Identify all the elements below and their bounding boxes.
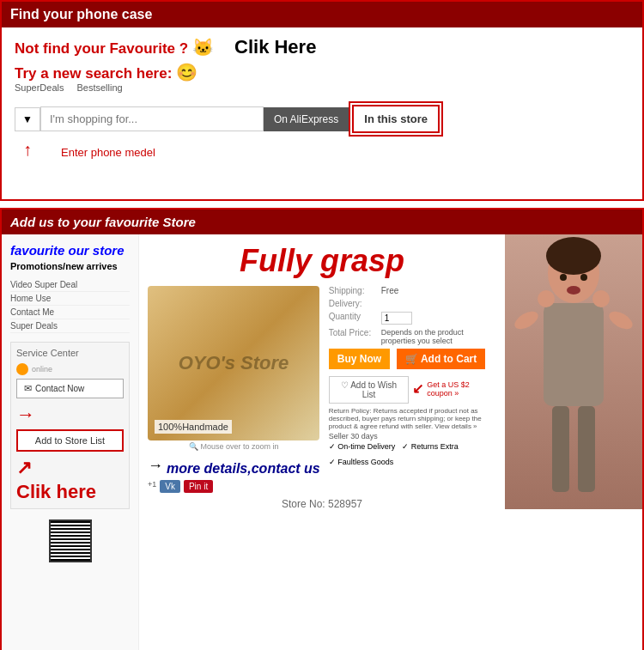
more-details-text: more details,contact us (167, 461, 320, 477)
svg-point-2 (546, 237, 601, 275)
returns-extra-badge: ✓ Returns Extra (402, 442, 459, 451)
clik-here-store-label: Clik here (16, 481, 124, 503)
fully-grasp-text: Fully grasp (148, 243, 496, 279)
faultless-badge: ✓ Faultless Goods (329, 458, 394, 466)
svg-rect-3 (544, 303, 604, 406)
emoji2: 😊 (176, 63, 197, 82)
service-center-box: Service Center online ✉ Contact Now → Ad… (10, 342, 130, 509)
product-image: OYO's Store 100%Handmade (148, 286, 319, 440)
return-policy-row: Return Policy: Returns accepted if produ… (329, 407, 496, 430)
handmade-badge: 100%Handmade (155, 420, 232, 434)
action-buttons: Buy Now 🛒 Add to Cart (329, 349, 496, 369)
section1-find-phone: Find your phone case Not find your Favou… (0, 0, 644, 201)
section2-title: Add us to your favourite Store (2, 210, 642, 234)
svg-rect-8 (552, 406, 569, 492)
nav-tabs-row: SuperDeals Bestselling (15, 82, 629, 93)
svg-point-10 (560, 274, 567, 281)
arrow-wishlist: ↙ (412, 380, 423, 397)
return-policy-label: Return Policy: (329, 407, 372, 415)
plus1-label[interactable]: +1 (148, 480, 156, 493)
menu-item[interactable]: Super Deals (10, 319, 130, 333)
promotions-text: Promotions/new arrives (10, 261, 130, 271)
quantity-row: Quantity (329, 312, 496, 325)
buy-now-button[interactable]: Buy Now (329, 349, 390, 369)
arrow-enter-phone: ↑ (23, 140, 32, 160)
delivery-label: Delivery: (329, 299, 376, 308)
svg-rect-9 (578, 406, 595, 492)
svg-point-12 (567, 286, 580, 295)
left-panel: favourite our store Promotions/new arriv… (2, 234, 139, 650)
add-to-cart-button[interactable]: 🛒 Add to Cart (397, 349, 485, 369)
in-this-store-button[interactable]: In this store (352, 105, 440, 133)
woman-image (505, 234, 642, 509)
contact-now-button[interactable]: ✉ Contact Now (16, 379, 124, 398)
social-row: +1 Vk Pin it (148, 480, 320, 493)
add-to-wishlist-button[interactable]: ♡ Add to Wish List (329, 376, 410, 404)
not-find-text: Not find your Favourite ? (15, 40, 188, 58)
status-label: online (32, 365, 52, 374)
search-bar-row: ▼ On AliExpress In this store (15, 101, 629, 137)
clik-here-top: Clik Here (234, 36, 316, 58)
dropdown-icon: ▼ (22, 113, 33, 125)
on-aliexpress-button[interactable]: On AliExpress (264, 107, 349, 131)
guarantee-badges: ✓ On-time Delivery ✓ Returns Extra ✓ Fau… (329, 442, 496, 466)
quantity-label: Quantity (329, 312, 376, 325)
menu-list: Video Super Deal Home Use Contact Me Sup… (10, 278, 130, 333)
zoom-label: 🔍 Mouse over to zoom in (148, 442, 320, 451)
dropdown-arrow[interactable]: ▼ (15, 107, 40, 131)
total-price-row: Total Price: Depends on the product prop… (329, 328, 496, 345)
add-to-store-button[interactable]: Add to Store List (16, 429, 124, 452)
menu-item[interactable]: Home Use (10, 292, 130, 306)
envelope-icon: ✉ (24, 383, 32, 394)
section2-body: favourite our store Promotions/new arriv… (2, 234, 642, 650)
coupon-text: Get a US $2 coupon » (427, 380, 496, 398)
arrow-contact: → (16, 404, 35, 426)
super-deals-tab[interactable]: SuperDeals (15, 82, 64, 93)
svg-point-11 (580, 274, 587, 281)
service-center-title: Service Center (16, 348, 124, 358)
try-search-text: Try a new search here: 😊 (15, 62, 629, 82)
favourite-text: favourite our store (10, 243, 130, 258)
section1-body: Not find your Favourite ? 🐱 Clik Here Tr… (2, 27, 642, 199)
seller-guarantees: Seller 30 days (329, 432, 496, 440)
menu-item[interactable]: Video Super Deal (10, 278, 130, 292)
qr-code (49, 519, 92, 562)
shipping-val: Free (381, 286, 399, 295)
seller-label: Seller (329, 432, 349, 440)
arrow-add-store: ↗ (16, 457, 32, 479)
vk-button[interactable]: Vk (160, 480, 180, 493)
search-input[interactable] (40, 106, 264, 131)
pin-button[interactable]: Pin it (184, 480, 213, 493)
shipping-row: Shipping: Free (329, 286, 496, 295)
guarantees-val: 30 days (350, 432, 378, 440)
menu-item[interactable]: Contact Me (10, 306, 130, 319)
shipping-label: Shipping: (329, 286, 376, 295)
oyo-watermark: OYO's Store (179, 352, 289, 374)
store-number: Store No: 528957 (148, 498, 496, 510)
arrow-more-details: → (148, 457, 163, 475)
product-area: OYO's Store 100%Handmade 🔍 Mouse over to… (148, 286, 496, 493)
product-details: Shipping: Free Delivery: Quantity Total … (329, 286, 496, 493)
total-price-val: Depends on the product properties you se… (381, 328, 496, 345)
svg-point-6 (538, 290, 555, 307)
delivery-row: Delivery: (329, 299, 496, 308)
svg-point-7 (592, 290, 610, 307)
section2-favourite-store: Add us to your favourite Store favourite… (0, 208, 644, 650)
quantity-input[interactable] (381, 312, 412, 325)
bestselling-tab[interactable]: Bestselling (76, 82, 122, 93)
emoji1: 🐱 (192, 38, 214, 57)
in-this-store-wrapper: In this store (349, 101, 443, 137)
section1-title: Find your phone case (2, 2, 642, 27)
total-price-label: Total Price: (329, 328, 376, 345)
on-time-badge: ✓ On-time Delivery (329, 442, 396, 451)
status-dot (16, 363, 28, 375)
enter-phone-label: Enter phone medel (61, 146, 155, 159)
